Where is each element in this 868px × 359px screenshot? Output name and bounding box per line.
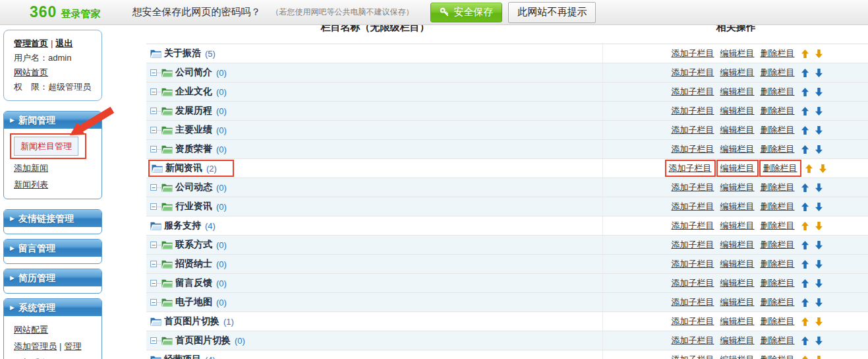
add-subcategory-link[interactable]: 添加子栏目 — [672, 296, 714, 308]
edit-category-link[interactable]: 编辑栏目 — [720, 277, 755, 289]
delete-category-link[interactable]: 删除栏目 — [761, 86, 795, 98]
collapse-box-icon[interactable]: − — [150, 127, 157, 133]
delete-category-link[interactable]: 删除栏目 — [761, 220, 795, 232]
up-arrow-icon[interactable] — [801, 49, 809, 58]
up-arrow-icon[interactable] — [801, 317, 809, 326]
delete-category-link[interactable]: 删除栏目 — [761, 48, 795, 59]
down-arrow-icon[interactable] — [815, 222, 823, 230]
down-arrow-icon[interactable] — [815, 298, 823, 307]
delete-category-link[interactable]: 删除栏目 — [761, 105, 795, 117]
up-arrow-icon[interactable] — [801, 107, 809, 115]
add-subcategory-link[interactable]: 添加子栏目 — [672, 315, 714, 327]
up-arrow-icon[interactable] — [801, 298, 809, 307]
delete-category-link[interactable]: 删除栏目 — [759, 160, 801, 177]
sidebar-section-header[interactable]: ▶新闻管理 — [4, 112, 101, 129]
down-arrow-icon[interactable] — [815, 69, 823, 77]
add-subcategory-link[interactable]: 添加子栏目 — [672, 354, 714, 359]
add-subcategory-link[interactable]: 添加子栏目 — [672, 335, 714, 346]
down-arrow-icon[interactable] — [815, 260, 823, 269]
edit-category-link[interactable]: 编辑栏目 — [720, 296, 755, 308]
down-arrow-icon[interactable] — [815, 88, 823, 96]
edit-category-link[interactable]: 编辑栏目 — [716, 160, 759, 177]
add-subcategory-link[interactable]: 添加子栏目 — [672, 277, 714, 289]
delete-category-link[interactable]: 删除栏目 — [761, 315, 795, 327]
down-arrow-icon[interactable] — [815, 49, 823, 58]
add-subcategory-link[interactable]: 添加子栏目 — [672, 201, 714, 212]
delete-category-link[interactable]: 删除栏目 — [761, 239, 795, 251]
edit-category-link[interactable]: 编辑栏目 — [720, 86, 755, 98]
delete-category-link[interactable]: 删除栏目 — [761, 181, 795, 193]
add-subcategory-link[interactable]: 添加子栏目 — [665, 160, 716, 177]
delete-category-link[interactable]: 删除栏目 — [761, 143, 795, 155]
sidebar-section-header[interactable]: ▶友情链接管理 — [4, 210, 101, 227]
sidebar-item-link[interactable]: 新闻列表 — [14, 180, 48, 189]
collapse-box-icon[interactable]: − — [150, 108, 157, 114]
collapse-box-icon[interactable]: − — [150, 280, 157, 286]
edit-category-link[interactable]: 编辑栏目 — [720, 48, 755, 59]
sidebar-item-link[interactable]: 添加新闻 — [14, 163, 48, 173]
logout-link[interactable]: 退出 — [55, 38, 72, 48]
up-arrow-icon[interactable] — [801, 337, 809, 345]
sidebar-section-header[interactable]: ▶留言管理 — [4, 240, 101, 257]
edit-category-link[interactable]: 编辑栏目 — [720, 239, 755, 251]
sidebar-item-link[interactable]: 添加管理员 — [14, 341, 57, 351]
up-arrow-icon[interactable] — [801, 279, 809, 288]
add-subcategory-link[interactable]: 添加子栏目 — [672, 48, 714, 59]
edit-category-link[interactable]: 编辑栏目 — [720, 258, 755, 270]
delete-category-link[interactable]: 删除栏目 — [761, 201, 795, 212]
edit-category-link[interactable]: 编辑栏目 — [720, 143, 755, 155]
secure-save-button[interactable]: 安全保存 — [430, 3, 502, 22]
up-arrow-icon[interactable] — [805, 164, 813, 173]
down-arrow-icon[interactable] — [815, 126, 823, 135]
collapse-box-icon[interactable]: − — [150, 69, 157, 76]
up-arrow-icon[interactable] — [801, 183, 809, 192]
up-arrow-icon[interactable] — [801, 203, 809, 211]
sidebar-item-link[interactable]: 管理 — [64, 341, 81, 351]
edit-category-link[interactable]: 编辑栏目 — [720, 315, 755, 327]
collapse-box-icon[interactable]: − — [150, 184, 157, 191]
collapse-box-icon[interactable]: − — [150, 203, 157, 210]
edit-category-link[interactable]: 编辑栏目 — [720, 181, 755, 193]
edit-category-link[interactable]: 编辑栏目 — [720, 67, 755, 79]
dont-remind-button[interactable]: 此网站不再提示 — [508, 2, 596, 23]
delete-category-link[interactable]: 删除栏目 — [761, 296, 795, 308]
down-arrow-icon[interactable] — [819, 164, 826, 173]
up-arrow-icon[interactable] — [801, 222, 809, 230]
add-subcategory-link[interactable]: 添加子栏目 — [672, 86, 714, 98]
edit-category-link[interactable]: 编辑栏目 — [720, 354, 755, 359]
delete-category-link[interactable]: 删除栏目 — [761, 354, 795, 359]
delete-category-link[interactable]: 删除栏目 — [761, 67, 795, 79]
up-arrow-icon[interactable] — [801, 145, 809, 154]
up-arrow-icon[interactable] — [801, 356, 809, 359]
down-arrow-icon[interactable] — [815, 356, 823, 359]
add-subcategory-link[interactable]: 添加子栏目 — [672, 143, 714, 155]
delete-category-link[interactable]: 删除栏目 — [761, 277, 795, 289]
down-arrow-icon[interactable] — [815, 145, 823, 154]
edit-category-link[interactable]: 编辑栏目 — [720, 335, 755, 346]
collapse-box-icon[interactable]: − — [150, 88, 157, 95]
down-arrow-icon[interactable] — [815, 337, 823, 345]
edit-category-link[interactable]: 编辑栏目 — [720, 105, 755, 117]
up-arrow-icon[interactable] — [801, 88, 809, 96]
collapse-box-icon[interactable]: − — [150, 261, 157, 267]
edit-category-link[interactable]: 编辑栏目 — [720, 124, 755, 136]
site-home-link[interactable]: 网站首页 — [14, 67, 48, 77]
add-subcategory-link[interactable]: 添加子栏目 — [672, 124, 714, 136]
collapse-box-icon[interactable]: − — [150, 146, 157, 152]
add-subcategory-link[interactable]: 添加子栏目 — [672, 105, 714, 117]
add-subcategory-link[interactable]: 添加子栏目 — [672, 67, 714, 79]
sidebar-section-header[interactable]: ▶简历管理 — [4, 269, 101, 286]
edit-category-link[interactable]: 编辑栏目 — [720, 220, 755, 232]
down-arrow-icon[interactable] — [815, 241, 823, 249]
down-arrow-icon[interactable] — [815, 203, 823, 211]
admin-home-link[interactable]: 管理首页 — [14, 38, 48, 48]
delete-category-link[interactable]: 删除栏目 — [761, 124, 795, 136]
add-subcategory-link[interactable]: 添加子栏目 — [672, 258, 714, 270]
sidebar-section-header[interactable]: ▶系统管理 — [4, 299, 101, 316]
edit-category-link[interactable]: 编辑栏目 — [720, 201, 755, 212]
up-arrow-icon[interactable] — [801, 260, 809, 269]
sidebar-item-link[interactable]: 网站配置 — [14, 325, 48, 335]
up-arrow-icon[interactable] — [801, 241, 809, 249]
down-arrow-icon[interactable] — [815, 279, 823, 288]
down-arrow-icon[interactable] — [815, 107, 823, 115]
